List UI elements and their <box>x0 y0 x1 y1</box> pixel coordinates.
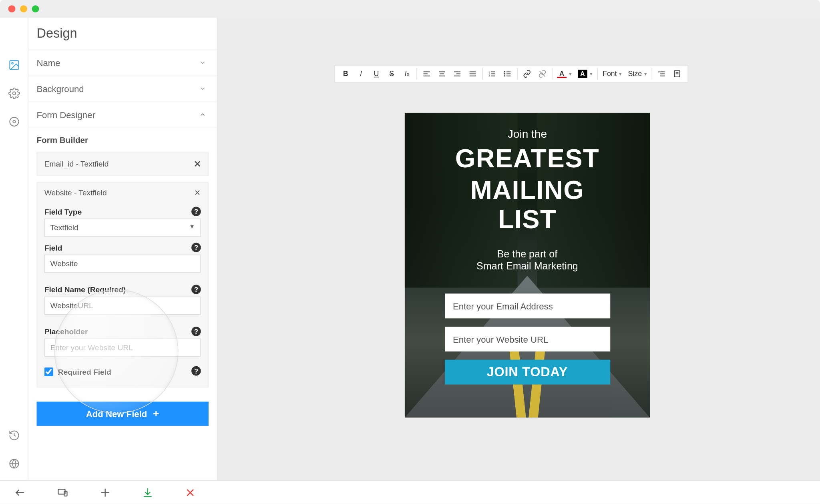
help-icon[interactable]: ? <box>191 207 201 216</box>
help-icon[interactable]: ? <box>191 243 201 252</box>
field-website-expanded: Website - Textfield ✕ Field Type ? Textf… <box>36 182 208 387</box>
popup-pretitle: Join the <box>508 128 547 141</box>
plus-icon: + <box>153 408 159 420</box>
left-icon-rail <box>0 18 28 480</box>
bg-color-button[interactable]: A▾ <box>575 70 595 78</box>
window-close-button[interactable] <box>8 5 16 12</box>
tab-target-icon[interactable] <box>8 116 20 128</box>
popup-headline-2: MAILING LIST <box>437 176 617 233</box>
app-window: Design Name Background Form Designer <box>0 0 820 504</box>
tab-globe-icon[interactable] <box>8 458 20 470</box>
svg-point-3 <box>10 117 18 126</box>
help-icon[interactable]: ? <box>191 366 201 375</box>
field-website-title: Website - Textfield <box>44 189 107 197</box>
line-height-button[interactable] <box>655 67 669 81</box>
field-label-input[interactable] <box>44 255 201 273</box>
underline-button[interactable]: U <box>369 67 383 81</box>
svg-point-28 <box>504 74 505 74</box>
tab-history-icon[interactable] <box>8 430 20 442</box>
field-website-header[interactable]: Website - Textfield ✕ <box>37 183 208 203</box>
field-name-input[interactable] <box>44 297 201 315</box>
svg-point-27 <box>504 71 505 72</box>
popup-content: Join the GREATEST MAILING LIST Be the pa… <box>405 113 650 418</box>
placeholder-input[interactable] <box>44 338 201 357</box>
placeholder-label: Placeholder <box>44 327 88 336</box>
required-label: Required Field <box>58 367 111 376</box>
device-preview-button[interactable] <box>57 486 69 498</box>
source-button[interactable] <box>670 67 684 81</box>
delete-button[interactable] <box>184 486 196 498</box>
accordion-name[interactable]: Name <box>28 50 217 76</box>
bold-button[interactable]: B <box>338 67 352 81</box>
accordion-form-designer[interactable]: Form Designer <box>28 102 217 128</box>
required-checkbox[interactable] <box>44 367 53 376</box>
accordion-background-label: Background <box>36 84 84 94</box>
back-button[interactable] <box>14 486 26 498</box>
accordion-background[interactable]: Background <box>28 76 217 102</box>
svg-point-29 <box>504 76 505 76</box>
fields-region: Email_id - Textfield ✕ Website - Textfie… <box>28 152 217 394</box>
align-center-button[interactable] <box>435 67 449 81</box>
font-family-dropdown[interactable]: Font▾ <box>600 70 625 78</box>
link-button[interactable] <box>520 67 534 81</box>
popup-headline-1: GREATEST <box>455 144 599 173</box>
strike-button[interactable]: S <box>385 67 399 81</box>
help-icon[interactable]: ? <box>191 327 201 336</box>
app-body: Design Name Background Form Designer <box>0 18 820 480</box>
field-email-collapsed[interactable]: Email_id - Textfield ✕ <box>36 152 208 176</box>
svg-point-4 <box>13 120 15 123</box>
popup-subtitle-2: Smart Email Marketing <box>476 261 578 273</box>
field-name-label: Field Name (Required) <box>44 285 126 294</box>
chevron-down-icon <box>199 84 206 94</box>
svg-point-2 <box>12 92 15 94</box>
add-new-field-label: Add New Field <box>86 409 147 419</box>
font-size-dropdown[interactable]: Size▾ <box>626 70 650 78</box>
popup-email-input[interactable] <box>444 294 610 319</box>
app-footer <box>0 480 820 504</box>
close-icon[interactable]: ✕ <box>193 158 201 169</box>
popup-preview: Join the GREATEST MAILING LIST Be the pa… <box>405 113 650 418</box>
download-button[interactable] <box>142 486 154 498</box>
accordion-name-label: Name <box>36 58 60 68</box>
close-icon[interactable]: ✕ <box>194 189 201 197</box>
window-minimize-button[interactable] <box>20 5 27 12</box>
popup-url-input[interactable] <box>444 327 610 351</box>
clear-format-button[interactable]: Ix <box>400 67 414 81</box>
help-icon[interactable]: ? <box>191 285 201 294</box>
unordered-list-button[interactable] <box>500 67 515 81</box>
field-type-label: Field Type <box>44 207 82 216</box>
tab-settings-icon[interactable] <box>8 87 20 99</box>
tab-image-icon[interactable] <box>8 59 20 71</box>
popup-subtitle-1: Be the part of <box>497 249 558 261</box>
form-builder-header: Form Builder <box>28 128 217 152</box>
add-new-field-button[interactable]: Add New Field + <box>36 402 208 426</box>
add-button[interactable] <box>99 486 111 498</box>
popup-join-button[interactable]: JOIN TODAY <box>444 360 610 385</box>
align-left-button[interactable] <box>420 67 434 81</box>
svg-point-1 <box>12 62 13 64</box>
unlink-button[interactable] <box>535 67 549 81</box>
chevron-down-icon <box>199 58 206 68</box>
italic-button[interactable]: I <box>354 67 368 81</box>
field-type-select[interactable]: Textfield <box>44 219 201 237</box>
field-label-label: Field <box>44 243 62 252</box>
rich-text-toolbar: B I U S Ix 123 A▾ A▾ Font▾ <box>334 65 688 82</box>
sidebar-title: Design <box>28 18 217 50</box>
align-right-button[interactable] <box>450 67 464 81</box>
accordion-form-designer-label: Form Designer <box>36 110 95 120</box>
editor-canvas: B I U S Ix 123 A▾ A▾ Font▾ <box>217 18 820 480</box>
window-zoom-button[interactable] <box>32 5 39 12</box>
chevron-up-icon <box>199 110 206 120</box>
svg-rect-39 <box>64 491 67 496</box>
design-sidebar: Design Name Background Form Designer <box>28 18 217 480</box>
align-justify-button[interactable] <box>466 67 480 81</box>
ordered-list-button[interactable]: 123 <box>485 67 499 81</box>
font-color-button[interactable]: A▾ <box>555 70 575 78</box>
svg-text:3: 3 <box>489 74 490 77</box>
field-email-label: Email_id - Textfield <box>44 159 109 168</box>
window-titlebar <box>0 0 820 18</box>
